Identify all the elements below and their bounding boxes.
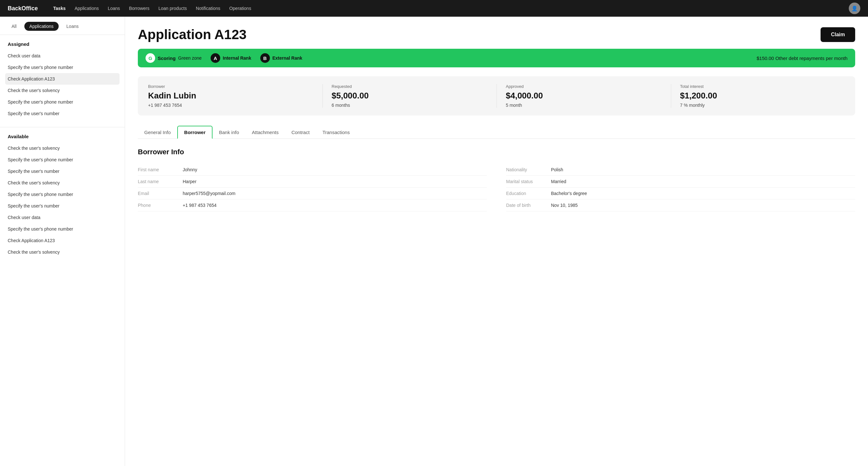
page-layout: All Applications Loans Assigned Check us… (0, 17, 868, 466)
info-row-nationality: Nationality Polish (506, 164, 855, 176)
top-navigation: BackOffice Tasks Applications Loans Borr… (0, 0, 868, 17)
info-row-education: Education Bachelor's degree (506, 187, 855, 200)
nav-operations[interactable]: Operations (229, 6, 251, 11)
tab-general-info[interactable]: General Info (138, 126, 177, 139)
interest-label: Total interest (680, 84, 845, 89)
scoring-item-main: G Scoring Green zone (146, 53, 202, 63)
firstname-label: First name (138, 167, 183, 172)
external-rank-label: External Rank (273, 56, 302, 61)
scoring-google-icon: G (146, 53, 155, 63)
scoring-banner: G Scoring Green zone A Internal Rank B E… (138, 49, 855, 67)
email-label: Email (138, 191, 183, 196)
lastname-value: Harper (183, 179, 487, 184)
info-row-lastname: Last name Harper (138, 176, 487, 187)
tab-contract[interactable]: Contract (285, 126, 316, 139)
approved-amount: $4,000.00 (506, 91, 671, 101)
marital-status-label: Marital status (506, 179, 551, 184)
list-item[interactable]: Check user data (8, 50, 117, 62)
info-row-firstname: First name Johnny (138, 164, 487, 176)
firstname-value: Johnny (183, 167, 487, 172)
nav-loan-products[interactable]: Loan products (158, 6, 187, 11)
list-item[interactable]: Check user data (8, 212, 117, 223)
tab-attachments[interactable]: Attachments (246, 126, 285, 139)
page-title: Application A123 (138, 27, 247, 42)
nav-tasks[interactable]: Tasks (53, 6, 66, 11)
requested-label: Requested (332, 84, 497, 89)
main-content: Application A123 Claim G Scoring Green z… (125, 17, 868, 466)
interest-rate: 7 % monthly (680, 103, 845, 108)
approved-label: Approved (506, 84, 671, 89)
list-item[interactable]: Specify the user's phone number (8, 154, 117, 166)
brand-logo: BackOffice (8, 5, 38, 12)
borrower-card: Borrower Kadin Lubin +1 987 453 7654 (148, 84, 322, 108)
list-item[interactable]: Specify the user's phone number (8, 188, 117, 200)
sidebar-tab-all[interactable]: All (6, 22, 22, 31)
available-section: Available Check the user's solvency Spec… (0, 127, 125, 260)
list-item[interactable]: Specify the user's number (8, 166, 117, 177)
info-grid: First name Johnny Last name Harper Email… (138, 164, 855, 211)
sidebar: All Applications Loans Assigned Check us… (0, 17, 125, 466)
requested-amount: $5,000.00 (332, 91, 497, 101)
lastname-label: Last name (138, 179, 183, 184)
sidebar-tabs: All Applications Loans (0, 17, 125, 35)
content-tabs: General Info Borrower Bank info Attachme… (138, 126, 855, 139)
email-value: harper5755@yopmail.com (183, 191, 487, 196)
sidebar-tab-applications[interactable]: Applications (24, 22, 59, 31)
summary-cards: Borrower Kadin Lubin +1 987 453 7654 Req… (138, 76, 855, 115)
internal-rank-label: Internal Rank (223, 56, 251, 61)
scoring-internal-rank: A Internal Rank (211, 53, 251, 63)
education-value: Bachelor's degree (551, 191, 855, 196)
info-right-column: Nationality Polish Marital status Marrie… (506, 164, 855, 211)
tab-transactions[interactable]: Transactions (316, 126, 356, 139)
list-item[interactable]: Specify the user's phone number (8, 62, 117, 73)
info-left-column: First name Johnny Last name Harper Email… (138, 164, 487, 211)
main-header: Application A123 Claim (138, 27, 855, 42)
info-row-marital-status: Marital status Married (506, 176, 855, 187)
info-row-phone: Phone +1 987 453 7654 (138, 200, 487, 211)
list-item[interactable]: Check the user's solvency (8, 177, 117, 188)
borrower-info-title: Borrower Info (138, 148, 855, 156)
available-title: Available (8, 134, 117, 139)
dob-label: Date of birth (506, 203, 551, 208)
rank-a-icon: A (211, 53, 220, 63)
tab-bank-info[interactable]: Bank info (213, 126, 246, 139)
nav-notifications[interactable]: Notifications (196, 6, 220, 11)
tab-borrower[interactable]: Borrower (177, 126, 213, 139)
interest-amount: $1,200.00 (680, 91, 845, 101)
approved-card: Approved $4,000.00 5 month (496, 84, 671, 108)
borrower-phone: +1 987 453 7654 (148, 103, 322, 108)
info-row-dob: Date of birth Nov 10, 1985 (506, 200, 855, 211)
sidebar-tab-loans[interactable]: Loans (61, 22, 84, 31)
list-item[interactable]: Check Application A123 (5, 73, 120, 85)
list-item[interactable]: Check Application A123 (8, 235, 117, 246)
claim-button[interactable]: Claim (820, 27, 855, 42)
phone-label: Phone (138, 203, 183, 208)
list-item[interactable]: Specify the user's phone number (8, 223, 117, 235)
borrower-label: Borrower (148, 84, 322, 89)
scoring-external-rank: B External Rank (260, 53, 302, 63)
nationality-value: Polish (551, 167, 855, 172)
nav-borrowers[interactable]: Borrowers (129, 6, 149, 11)
phone-value: +1 987 453 7654 (183, 203, 487, 208)
assigned-title: Assigned (8, 41, 117, 47)
nav-applications[interactable]: Applications (75, 6, 99, 11)
marital-status-value: Married (551, 179, 855, 184)
list-item[interactable]: Specify the user's number (8, 108, 117, 119)
education-label: Education (506, 191, 551, 196)
list-item[interactable]: Specify the user's number (8, 200, 117, 212)
assigned-section: Assigned Check user data Specify the use… (0, 35, 125, 122)
borrower-info-section: Borrower Info First name Johnny Last nam… (138, 148, 855, 211)
nationality-label: Nationality (506, 167, 551, 172)
list-item[interactable]: Specify the user's phone number (8, 96, 117, 108)
info-row-email: Email harper5755@yopmail.com (138, 187, 487, 200)
requested-duration: 6 months (332, 103, 497, 108)
rank-b-icon: B (260, 53, 270, 63)
approved-duration: 5 month (506, 103, 671, 108)
scoring-label: Scoring (158, 56, 176, 61)
list-item[interactable]: Check the user's solvency (8, 142, 117, 154)
user-avatar[interactable]: 👤 (849, 3, 860, 14)
list-item[interactable]: Check the user's solvency (8, 85, 117, 96)
dob-value: Nov 10, 1985 (551, 203, 855, 208)
nav-loans[interactable]: Loans (108, 6, 120, 11)
list-item[interactable]: Check the user's solvency (8, 246, 117, 258)
